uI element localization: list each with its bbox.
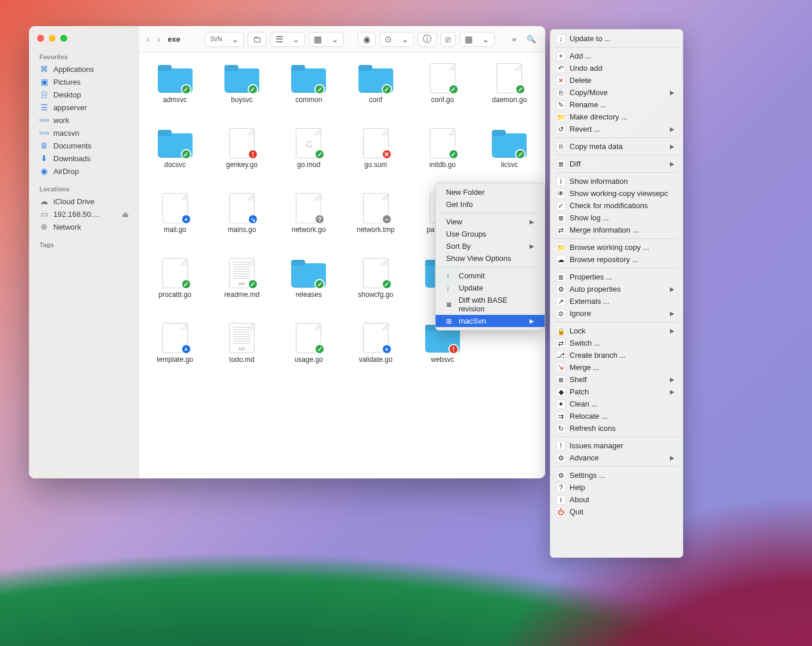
submenu-item[interactable]: ✕Delete: [550, 74, 683, 86]
file-item[interactable]: admsvc: [157, 63, 194, 128]
group-button[interactable]: ▦⌄: [459, 32, 495, 47]
context-menu-item[interactable]: Sort By▶: [436, 240, 545, 252]
file-item[interactable]: mains.go: [223, 193, 260, 258]
submenu-item[interactable]: 🔒Lock▶: [550, 325, 683, 337]
submenu-item[interactable]: ⇄Switch ...: [550, 337, 683, 349]
context-menu-item[interactable]: ⊞macSvn▶: [436, 315, 545, 327]
submenu-item[interactable]: ⏻Quit: [550, 506, 683, 518]
context-menu-item[interactable]: ≣Diff with BASE revision: [436, 294, 545, 315]
file-item[interactable]: go.sum: [357, 128, 394, 193]
sidebar-item[interactable]: ⌘Applications: [29, 63, 139, 75]
submenu-item[interactable]: ⇲Merge ...: [550, 361, 683, 373]
file-item[interactable]: websvc: [424, 323, 461, 388]
submenu-item[interactable]: iAbout: [550, 493, 683, 506]
submenu-item[interactable]: ✓Check for modifications: [550, 199, 683, 212]
submenu-item[interactable]: ⎘Copy meta data▶: [550, 140, 683, 153]
file-item[interactable]: usage.go: [290, 323, 327, 388]
back-button[interactable]: ‹: [145, 32, 152, 47]
file-item[interactable]: showcfg.go: [357, 258, 394, 323]
submenu-item[interactable]: ☁Browse repository ...: [550, 253, 683, 266]
new-folder-button[interactable]: 🗀: [248, 32, 267, 47]
submenu-item[interactable]: ↶Undo add: [550, 62, 683, 74]
svn-toolbar-button[interactable]: SVN⌄: [205, 32, 244, 47]
sidebar-item[interactable]: 🗎Documents: [29, 139, 139, 152]
sidebar-item[interactable]: ◉AirDrop: [29, 165, 139, 177]
icon-view-button[interactable]: ▦⌄: [309, 32, 344, 47]
file-item[interactable]: ♫go.mod: [290, 128, 327, 193]
search-button[interactable]: 🔍: [523, 32, 539, 47]
file-item[interactable]: buysvc: [223, 63, 260, 128]
file-item[interactable]: daemon.go: [491, 63, 528, 128]
submenu-item[interactable]: ⇄Merge information ...: [550, 224, 683, 236]
sidebar-item[interactable]: ⌸Desktop: [29, 88, 139, 101]
file-item[interactable]: network.tmp: [357, 193, 394, 258]
submenu-item[interactable]: ◆Patch▶: [550, 386, 683, 398]
submenu-item[interactable]: ✦Clean ...: [550, 398, 683, 410]
submenu-item[interactable]: ⚙Auto properties▶: [550, 283, 683, 295]
submenu-item[interactable]: ↓Update to ...: [550, 32, 683, 45]
quicklook-button[interactable]: ◉: [358, 32, 376, 47]
file-item[interactable]: mail.go: [157, 193, 194, 258]
submenu-item[interactable]: ↗Externals ...: [550, 295, 683, 307]
file-item[interactable]: network.go: [290, 193, 327, 258]
submenu-item[interactable]: 📁Browse working copy ...: [550, 241, 683, 253]
close-button[interactable]: [37, 35, 44, 42]
more-toolbar-button[interactable]: »: [509, 32, 520, 47]
submenu-item[interactable]: ↺Revert ...▶: [550, 123, 683, 135]
file-item[interactable]: procattr.go: [157, 258, 194, 323]
submenu-item[interactable]: ≣Diff▶: [550, 158, 683, 170]
menu-label: Help: [570, 483, 675, 492]
context-menu-item[interactable]: Show View Options: [436, 252, 545, 264]
minimize-button[interactable]: [49, 35, 56, 42]
file-item[interactable]: conf: [357, 63, 394, 128]
file-item[interactable]: MDreadme.md: [223, 258, 260, 323]
file-item[interactable]: template.go: [157, 323, 194, 388]
list-view-button[interactable]: ☰⌄: [270, 32, 305, 47]
sidebar-item[interactable]: ☰appserver: [29, 101, 139, 114]
context-menu-item[interactable]: View▶: [436, 216, 545, 228]
file-item[interactable]: conf.go: [424, 63, 461, 128]
sidebar-item[interactable]: ⊕Network: [29, 220, 139, 233]
submenu-item[interactable]: ✎Rename ...: [550, 99, 683, 111]
submenu-item[interactable]: ⚙Settings ...: [550, 469, 683, 481]
maximize-button[interactable]: [60, 35, 67, 42]
file-item[interactable]: docsvc: [157, 128, 194, 193]
context-menu-item[interactable]: Get Info: [436, 198, 545, 211]
context-menu-item[interactable]: New Folder: [436, 186, 545, 198]
submenu-item[interactable]: ≣Properties ...: [550, 271, 683, 283]
submenu-item[interactable]: 👁Show working-copy viewsepc: [550, 187, 683, 199]
info-button[interactable]: ⓘ: [418, 32, 437, 47]
context-menu-item[interactable]: ↑Commit: [436, 270, 545, 282]
submenu-item[interactable]: ⚙Advance▶: [550, 452, 683, 464]
submenu-item[interactable]: ↻Refresh icons: [550, 422, 683, 434]
sidebar-item[interactable]: ⬇Downloads: [29, 152, 139, 165]
submenu-item[interactable]: ≣Shelf▶: [550, 373, 683, 386]
share-button[interactable]: ⎚: [440, 32, 456, 47]
action-button[interactable]: ⊙⌄: [379, 32, 414, 47]
submenu-item[interactable]: 📁Make directory ...: [550, 111, 683, 123]
context-menu-item[interactable]: Use Groups: [436, 228, 545, 240]
file-item[interactable]: releases: [290, 258, 327, 323]
sidebar-item[interactable]: SVNwork: [29, 114, 139, 126]
sidebar-item[interactable]: ☁iCloud Drive: [29, 195, 139, 208]
sidebar-item[interactable]: ▣Pictures: [29, 75, 139, 88]
file-item[interactable]: common: [290, 63, 327, 128]
file-item[interactable]: validate.go: [357, 323, 394, 388]
submenu-item[interactable]: !Issues manager: [550, 440, 683, 452]
sidebar-item[interactable]: ▭192.168.50....⏏: [29, 208, 139, 220]
submenu-item[interactable]: ⇉Relocate ...: [550, 410, 683, 422]
context-menu-item[interactable]: ↓Update: [436, 282, 545, 294]
sidebar-item[interactable]: SVNmacsvn: [29, 126, 139, 139]
eject-icon[interactable]: ⏏: [122, 210, 129, 219]
submenu-item[interactable]: ⊘Ignore▶: [550, 307, 683, 320]
submenu-item[interactable]: ⎘Copy/Move▶: [550, 86, 683, 99]
submenu-item[interactable]: ≣Show log ...: [550, 212, 683, 224]
sidebar-icon: ▭: [39, 209, 49, 219]
forward-button[interactable]: ›: [155, 32, 162, 47]
file-item[interactable]: genkey.go: [223, 128, 260, 193]
submenu-item[interactable]: iShow information: [550, 175, 683, 187]
submenu-item[interactable]: +Add ...: [550, 50, 683, 62]
file-item[interactable]: MDtodo.md: [223, 323, 260, 388]
submenu-item[interactable]: ?Help: [550, 481, 683, 493]
submenu-item[interactable]: ⎇Create branch ...: [550, 349, 683, 361]
